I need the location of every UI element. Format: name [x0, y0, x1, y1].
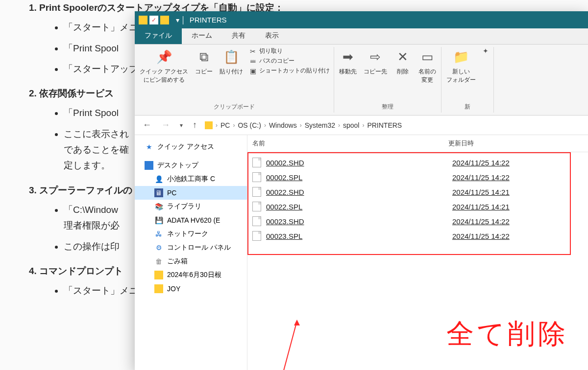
up-button[interactable]: ↑	[191, 120, 199, 130]
sidebar-item-controlpanel[interactable]: ⚙コントロール パネル	[135, 241, 247, 254]
chevron-icon: ›	[233, 122, 235, 129]
sidebar-item-folder[interactable]: JOY	[135, 282, 247, 296]
breadcrumb[interactable]: › PC › OS (C:) › Windows › System32 › sp…	[205, 121, 582, 129]
tab-home[interactable]: ホーム	[182, 28, 222, 44]
folder-icon	[160, 16, 169, 24]
check-icon: ✓	[149, 16, 158, 24]
copy-icon: ⧉	[195, 48, 213, 66]
network-icon: 🖧	[154, 230, 163, 238]
moveto-icon: ➡	[339, 48, 357, 66]
trash-icon: 🗑	[154, 257, 163, 266]
path-icon: ⩸	[249, 57, 257, 65]
file-row[interactable]: 00022.SHD2024/11/25 14:21	[247, 185, 588, 199]
breadcrumb-item[interactable]: Windows	[269, 121, 297, 129]
ribbon-tabs: ファイル ホーム 共有 表示	[135, 28, 588, 45]
chevron-icon: ›	[338, 122, 340, 129]
separator: ▾ │	[176, 16, 186, 24]
file-icon	[252, 158, 261, 167]
paste-button[interactable]: 📋 貼り付け	[219, 47, 244, 77]
address-bar: ← → ▾ ↑ › PC › OS (C:) › Windows › Syste…	[135, 116, 588, 135]
file-list: 00002.SHD2024/11/25 14:22 00002.SPL2024/…	[247, 152, 588, 246]
annotation-text: 全て削除	[446, 316, 568, 353]
delete-icon: ✕	[394, 48, 412, 66]
copy-path-button[interactable]: ⩸パスのコピー	[249, 57, 330, 65]
sidebar-item-user[interactable]: 👤小池鉄工商事 C	[135, 172, 247, 186]
pin-icon: 📌	[155, 48, 173, 66]
copy-to-button[interactable]: ⇨ コピー先	[363, 47, 388, 77]
window-title: PRINTERS	[190, 16, 227, 24]
folder-icon	[139, 16, 147, 24]
shortcut-icon: ▣	[249, 67, 257, 75]
file-row[interactable]: 00023.SPL2024/11/25 14:22	[247, 229, 588, 243]
delete-button[interactable]: ✕ 削除	[393, 47, 413, 77]
chevron-icon: ›	[216, 122, 218, 129]
file-icon	[252, 216, 261, 226]
group-label: 整理	[382, 101, 393, 113]
chevron-icon: ›	[264, 122, 266, 129]
copyto-icon: ⇨	[367, 48, 384, 66]
tab-share[interactable]: 共有	[222, 28, 255, 44]
recent-button[interactable]: ▾	[178, 122, 185, 129]
desktop-icon	[145, 161, 153, 170]
rename-button[interactable]: ▭ 名前の 変更	[417, 47, 437, 85]
navigation-pane: ★クイック アクセス デスクトップ 👤小池鉄工商事 C 🖥PC 📚ライブラリ 💾…	[135, 135, 247, 370]
move-to-button[interactable]: ➡ 移動先	[338, 47, 358, 77]
paste-icon: 📋	[222, 48, 240, 66]
column-headers[interactable]: 名前 更新日時	[247, 135, 588, 152]
user-icon: 👤	[154, 175, 163, 184]
ribbon: 📌 クイック アクセス にピン留めする ⧉ コピー 📋 貼り付け ✂切り取り ⩸…	[135, 45, 588, 116]
breadcrumb-item[interactable]: spool	[343, 121, 359, 129]
star-icon: ★	[145, 142, 153, 151]
tab-view[interactable]: 表示	[255, 28, 289, 44]
tab-file[interactable]: ファイル	[135, 28, 182, 44]
file-icon	[252, 202, 261, 211]
copy-button[interactable]: ⧉ コピー	[194, 47, 214, 77]
file-row[interactable]: 00002.SHD2024/11/25 14:22	[247, 155, 588, 170]
scissors-icon: ✂	[249, 47, 257, 55]
titlebar[interactable]: ✓ ▾ │ PRINTERS	[135, 11, 588, 28]
sidebar-item-quickaccess[interactable]: ★クイック アクセス	[135, 140, 247, 154]
new-item-button[interactable]: ✦	[482, 47, 490, 55]
forward-button[interactable]: →	[159, 120, 172, 130]
file-row[interactable]: 00002.SPL2024/11/25 14:22	[247, 170, 588, 185]
file-row[interactable]: 00022.SPL2024/11/25 14:21	[247, 199, 588, 214]
folder-icon	[205, 121, 213, 129]
group-label: 新	[465, 101, 470, 113]
sidebar-item-folder[interactable]: 2024年6月30日根	[135, 268, 247, 282]
drive-icon: 💾	[154, 216, 163, 225]
explorer-window: ✓ ▾ │ PRINTERS ファイル ホーム 共有 表示 📌 クイック アクセ…	[135, 11, 588, 370]
breadcrumb-item[interactable]: OS (C:)	[238, 121, 261, 129]
new-folder-button[interactable]: 📁 新しい フォルダー	[445, 47, 477, 85]
sidebar-item-network[interactable]: 🖧ネットワーク	[135, 227, 247, 241]
pc-icon: 🖥	[154, 188, 163, 197]
column-date[interactable]: 更新日時	[448, 139, 583, 148]
file-icon	[252, 172, 261, 182]
file-pane: 名前 更新日時 00002.SHD2024/11/25 14:22 00002.…	[247, 135, 588, 370]
sidebar-item-recycle[interactable]: 🗑ごみ箱	[135, 254, 247, 268]
file-icon	[252, 187, 261, 197]
sidebar-item-drive[interactable]: 💾ADATA HV620 (E	[135, 213, 247, 227]
breadcrumb-item[interactable]: PC	[220, 121, 230, 129]
sidebar-item-desktop[interactable]: デスクトップ	[135, 159, 247, 172]
controlpanel-icon: ⚙	[154, 243, 163, 252]
file-row[interactable]: 00023.SHD2024/11/25 14:22	[247, 214, 588, 229]
pin-button[interactable]: 📌 クイック アクセス にピン留めする	[139, 47, 189, 85]
chevron-icon: ›	[362, 122, 364, 129]
folder-icon	[154, 271, 163, 279]
new-icon: ✦	[482, 47, 490, 55]
group-label: クリップボード	[214, 101, 255, 113]
sidebar-item-pc[interactable]: 🖥PC	[135, 186, 247, 200]
rename-icon: ▭	[418, 48, 436, 66]
breadcrumb-item[interactable]: System32	[305, 121, 335, 129]
paste-shortcut-button[interactable]: ▣ショートカットの貼り付け	[249, 67, 330, 75]
library-icon: 📚	[154, 202, 163, 211]
column-name[interactable]: 名前	[252, 139, 448, 148]
breadcrumb-item[interactable]: PRINTERS	[367, 121, 402, 129]
back-button[interactable]: ←	[141, 120, 153, 130]
sidebar-item-library[interactable]: 📚ライブラリ	[135, 200, 247, 213]
file-icon	[252, 231, 261, 241]
chevron-icon: ›	[300, 122, 302, 129]
folder-icon	[154, 284, 163, 293]
new-folder-icon: 📁	[452, 48, 470, 66]
cut-button[interactable]: ✂切り取り	[249, 47, 330, 55]
